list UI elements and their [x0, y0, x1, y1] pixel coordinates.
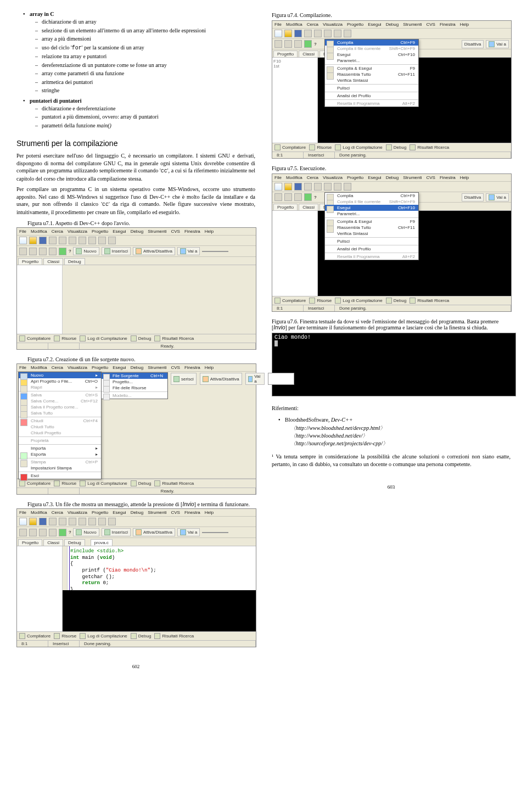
ide-screenshot-5: FileModificaCercaVisualizzaProgettoEsegu…: [272, 173, 512, 312]
outline-item: relazione tra array e puntatori: [42, 53, 255, 60]
references-heading: Riferimenti:: [272, 405, 511, 411]
menu-file-dropdown[interactable]: Nuovo▸ File Sorgente Ctrl+N Progetto... …: [18, 372, 102, 479]
outline-item: array a più dimensioni: [42, 35, 255, 43]
outline-item: dereferenziazione di un puntatore come s…: [42, 61, 255, 69]
ide-bottom-tabs[interactable]: Compilatore Risorse Log di Compilazione …: [17, 334, 256, 343]
footnote: ¹ Va tenuta sempre in considerazione la …: [272, 453, 511, 468]
figure-caption-6: Figura u7.6. Finestra testuale da dove s…: [272, 318, 511, 331]
open-icon: [29, 237, 37, 244]
figure-caption-2: Figura u7.2. Creazione di un file sorgen…: [27, 356, 255, 362]
save-icon: [39, 237, 47, 244]
outline-puntatori: puntatori di puntatori dichiarazione e d…: [30, 98, 255, 130]
ide-statusbar: Ready.: [17, 343, 256, 349]
references: BloodshedSoftware, Dev-C++ http://www.bl…: [285, 417, 511, 447]
page-number-left: 602: [16, 664, 255, 669]
ide-toolbar-row1[interactable]: [17, 236, 256, 246]
reference-url: http://www.bloodshed.net/devcpp.html: [290, 424, 511, 432]
paragraph: Per compilare un programma C in un siste…: [16, 186, 255, 216]
ide-toolbar[interactable]: Nuovo▸ File Sorgente Ctrl+N Progetto... …: [17, 372, 256, 479]
outline-item: puntatori a più dimensioni, ovvero: arra…: [42, 113, 255, 121]
reference-url: http://www.bloodshed.net/dev/: [290, 432, 511, 440]
check-icon: [59, 248, 66, 255]
ide-menubar[interactable]: FileModificaCercaVisualizzaProgettoEsegu…: [17, 364, 256, 372]
outline-array-in-c: array in C dichiarazione di un array sel…: [30, 11, 255, 94]
menu-esegui-dropdown[interactable]: CompilaCtrl+F9 Compila il file correnteS…: [324, 192, 419, 260]
right-column: Figura u7.4. Compilazione. FileModificaC…: [272, 11, 511, 669]
menu-esegui-dropdown[interactable]: CompilaCtrl+F9 Compila il file correnteS…: [324, 39, 419, 107]
ide-bottom-tabs[interactable]: Compilatore Risorse Log di Compilazione …: [17, 631, 256, 640]
ide-menubar[interactable]: FileModificaCercaVisualizzaProgettoEsegu…: [17, 509, 256, 517]
outline-item: uso del ciclo 'for' per la scansione di …: [42, 44, 255, 52]
outline-title-a: array in C: [30, 11, 54, 17]
outline-item: array come parametri di una funzione: [42, 70, 255, 77]
menu-item-nuovo: Nuovo▸ File Sorgente Ctrl+N Progetto... …: [19, 372, 101, 378]
ide-bottom-tabs[interactable]: Compilatore Risorse Log di Compilazione …: [17, 479, 256, 488]
submenu-nuovo: File Sorgente Ctrl+N Progetto... File de…: [101, 372, 168, 399]
figure-caption-5: Figura u7.5. Esecuzione.: [272, 165, 511, 171]
ide-menubar[interactable]: FileModificaCercaVisualizzaProgettoEsegu…: [17, 228, 256, 236]
ide-toolbar-row2[interactable]: ? Nuovo Inserisci Attiva/Disattiva Vai a: [17, 527, 256, 538]
section-heading: Strumenti per la compilazione: [16, 139, 255, 148]
figure-caption-1: Figura u7.1. Aspetto di Dev-C++ dopo l'a…: [27, 220, 255, 226]
figure-caption-3: Figura u7.3. Un file che mostra un messa…: [27, 501, 255, 507]
ide-screenshot-1: FileModificaCercaVisualizzaProgettoEsegu…: [16, 227, 256, 350]
paragraph: Per potersi esercitare nell'uso del ling…: [16, 152, 255, 182]
page-number-right: 603: [272, 484, 511, 490]
outline-item: aritmetica dei puntatori: [42, 79, 255, 86]
code-editor[interactable]: #include <stdio.h> int main (void) { pri…: [63, 546, 256, 631]
reference-url: http://sourceforge.net/projects/dev-cpp/: [290, 440, 511, 447]
outline-item: parametri della funzione main(): [42, 122, 255, 130]
outline-item: selezione di un elemento all'interno di …: [42, 27, 255, 35]
ide-screenshot-3: FileModificaCercaVisualizzaProgettoEsegu…: [16, 508, 256, 647]
figure-caption-4: Figura u7.4. Compilazione.: [272, 12, 511, 18]
ide-screenshot-4: FileModificaCercaVisualizzaProgettoEsegu…: [272, 20, 512, 159]
ide-toolbar-row2[interactable]: ? Nuovo Inserisci Attiva/Disattiva Vai a: [17, 246, 256, 257]
outline-item: dichiarazione di un array: [42, 18, 255, 26]
outline-item: dichiarazione e dereferenziazione: [42, 105, 255, 113]
console-output: Ciao mondo!: [272, 333, 516, 396]
ide-menubar[interactable]: FileModificaCercaVisualizzaProgettoEsegu…: [272, 174, 511, 182]
new-icon: [19, 237, 27, 244]
ide-toolbar-row1[interactable]: [17, 517, 256, 527]
ide-screenshot-2: FileModificaCercaVisualizzaProgettoEsegu…: [16, 363, 256, 495]
ide-toolbar[interactable]: [272, 29, 511, 39]
left-column: array in C dichiarazione di un array sel…: [16, 11, 255, 669]
outline-item: stringhe: [42, 87, 255, 94]
ide-menubar[interactable]: FileModificaCercaVisualizzaProgettoEsegu…: [272, 21, 511, 29]
outline-title-b: puntatori di puntatori: [30, 98, 81, 104]
